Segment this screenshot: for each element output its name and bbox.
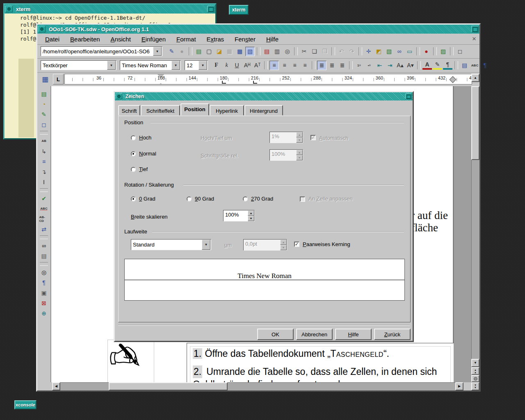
tab-hintergrund[interactable]: Hintergrund — [244, 105, 283, 116]
close-document-button[interactable]: × — [472, 35, 476, 43]
find-replace-icon[interactable]: ∞ — [39, 241, 49, 250]
tab-type-selector[interactable]: L — [53, 74, 64, 84]
font-size-combobox[interactable]: 12 ▼ — [185, 60, 208, 70]
chevron-down-icon[interactable]: ▼ — [199, 61, 207, 70]
edit-file-icon[interactable]: ▧ — [245, 47, 255, 56]
spin-down-icon[interactable]: ▼ — [296, 137, 303, 143]
autoformat-icon[interactable]: ABC — [470, 61, 479, 70]
text-anchor-icon[interactable]: I — [39, 177, 49, 187]
abbrechen-button[interactable]: Abbrechen — [296, 329, 333, 340]
thesaurus-icon[interactable]: ⇄ — [39, 224, 49, 234]
spin-up-icon[interactable]: ▲ — [296, 150, 303, 155]
page-preview-icon[interactable]: ◎ — [283, 47, 292, 56]
um-value[interactable]: 0,0pt — [244, 240, 280, 250]
menu-ansicht[interactable]: Ansicht — [105, 35, 136, 43]
paragraph-style-combobox[interactable]: Textkörper ▼ — [41, 60, 116, 70]
radio-hoch-label[interactable]: Hoch — [139, 135, 151, 141]
task-list-frame[interactable]: 1. Öffne das Tabellendokument „TASCHENGE… — [187, 343, 454, 382]
italic-icon[interactable]: k — [222, 61, 231, 70]
line-spacing-15-icon[interactable]: ≣ — [327, 61, 337, 70]
hyphenation-icon[interactable]: AB-CD — [39, 214, 49, 224]
xconsole-minimized-icon[interactable]: xconsole — [14, 400, 37, 409]
font-size-value[interactable]: 12 — [185, 62, 199, 68]
new-document-icon[interactable]: ▢ — [204, 47, 214, 56]
data-sources-icon[interactable]: ▭ — [405, 47, 414, 56]
radio-normal-label[interactable]: Normal — [139, 151, 156, 157]
scroll-down-button[interactable]: ▼ — [471, 359, 479, 367]
insert-icon[interactable]: ▤ — [39, 89, 49, 98]
record-macro-icon[interactable]: ● — [422, 47, 431, 56]
radio-0-grad[interactable] — [131, 196, 136, 201]
vertical-scrollbar-thumb[interactable] — [471, 86, 479, 160]
breite-skalieren-spinfield[interactable]: 100% ▲▼ — [223, 210, 255, 221]
zeichen-dialog[interactable]: Zeichen Schrift Schrifteffekt Position H… — [114, 91, 414, 342]
increase-indent-icon[interactable]: ⇥ — [385, 61, 395, 70]
paragraph-dialog-icon[interactable]: ¶ — [480, 61, 490, 70]
superscript-icon[interactable]: Aᴴ — [242, 61, 252, 70]
menu-datei[interactable]: Datei — [40, 35, 65, 43]
print-file-icon[interactable]: ▥ — [272, 47, 282, 56]
font-name-value[interactable]: Times New Roman — [120, 62, 171, 68]
auto-spellcheck-icon[interactable]: ABC — [39, 204, 49, 213]
new-doc-from-template-icon[interactable]: ▤ — [194, 47, 203, 56]
xterm-minimized-icon[interactable]: xterm — [229, 5, 249, 15]
previous-page-button[interactable]: ▲ ▲ — [471, 367, 479, 375]
radio-hoch[interactable] — [131, 135, 136, 140]
tab-schrift[interactable]: Schrift — [118, 105, 140, 116]
radio-90-grad[interactable] — [187, 196, 192, 201]
fontsize-rel-value[interactable]: 100% — [270, 150, 296, 160]
hierarchical-lines-icon[interactable]: ↴ — [39, 167, 49, 176]
nonprinting-characters-icon[interactable]: ¶ — [39, 278, 49, 287]
online-layout-icon[interactable]: ⊠ — [39, 298, 49, 308]
spin-down-icon[interactable]: ▼ — [248, 216, 254, 221]
list-item[interactable]: 2. Umrande die Tabelle so, dass alle Zel… — [193, 365, 447, 382]
align-justify-icon[interactable]: ≡ — [300, 61, 310, 70]
export-pdf-icon[interactable]: ▤ — [262, 47, 272, 56]
paragraph-style-value[interactable]: Textkörper — [41, 62, 107, 68]
highlighting-icon[interactable]: ✎ — [433, 61, 442, 70]
spellcheck-icon[interactable]: ✔ — [39, 194, 49, 203]
right-indent-marker[interactable] — [450, 76, 457, 83]
data-source-view-icon[interactable]: ▤ — [39, 251, 49, 260]
align-right-icon[interactable]: ≡ — [290, 61, 299, 70]
ok-button[interactable]: OK — [257, 329, 294, 340]
reduce-font-icon[interactable]: A▾ — [406, 61, 415, 70]
redo-icon[interactable]: ↷ — [347, 47, 356, 56]
font-color-icon[interactable]: A — [422, 61, 432, 70]
zurueck-button[interactable]: Zurück — [374, 329, 411, 340]
xterm-scrollbar[interactable] — [18, 59, 34, 137]
save-document-icon[interactable]: ▦ — [225, 47, 234, 56]
insert-graphics-icon[interactable]: ▧ — [384, 47, 394, 56]
save-all-icon[interactable]: ▩ — [235, 47, 244, 56]
tab-hyperlink[interactable]: Hyperlink — [210, 105, 244, 116]
dialog-window-menu-button[interactable] — [116, 94, 122, 99]
character-dialog-icon[interactable]: ▤ — [460, 61, 469, 70]
insert-table-icon[interactable]: ▦ — [40, 74, 50, 84]
edit-autotext-icon[interactable]: AB — [39, 136, 49, 146]
dialog-maximize-button[interactable] — [405, 94, 412, 99]
underline-icon[interactable]: U — [232, 61, 242, 70]
menu-bearbeiten[interactable]: Bearbeiten — [65, 35, 105, 43]
zoom-icon[interactable]: ◎ — [39, 267, 49, 277]
direct-cursor-icon[interactable]: ↳ — [39, 146, 49, 156]
open-document-icon[interactable]: ◪ — [215, 47, 224, 56]
bold-icon[interactable]: F — [212, 61, 221, 70]
insert-object-icon[interactable]: ◔ — [39, 99, 49, 109]
align-center-icon[interactable]: ≡ — [280, 61, 289, 70]
menu-einfuegen[interactable]: Einfügen — [136, 35, 171, 43]
chevron-down-icon[interactable]: ▼ — [202, 240, 210, 250]
hochtief-value[interactable]: 1% — [270, 132, 296, 143]
menu-extras[interactable]: Extras — [201, 35, 230, 43]
radio-tief-label[interactable]: Tief — [139, 166, 148, 172]
spin-up-icon[interactable]: ▲ — [248, 210, 254, 216]
um-spinfield[interactable]: 0,0pt ▲▼ — [243, 239, 287, 251]
increase-font-icon[interactable]: A▴ — [395, 61, 405, 70]
paragraph-background-icon[interactable]: ¶ — [443, 61, 452, 70]
web-view-icon[interactable]: ⊕ — [39, 308, 49, 318]
cut-icon[interactable]: ✂ — [299, 47, 309, 56]
paste-icon[interactable]: ❒ — [320, 47, 329, 56]
xterm-maximize-button[interactable] — [207, 6, 215, 12]
paarweises-kerning-checkbox[interactable] — [294, 242, 299, 247]
horizontal-scrollbar-thumb[interactable] — [109, 382, 228, 390]
paarweises-kerning-label[interactable]: Paarweises Kerning — [303, 241, 350, 247]
